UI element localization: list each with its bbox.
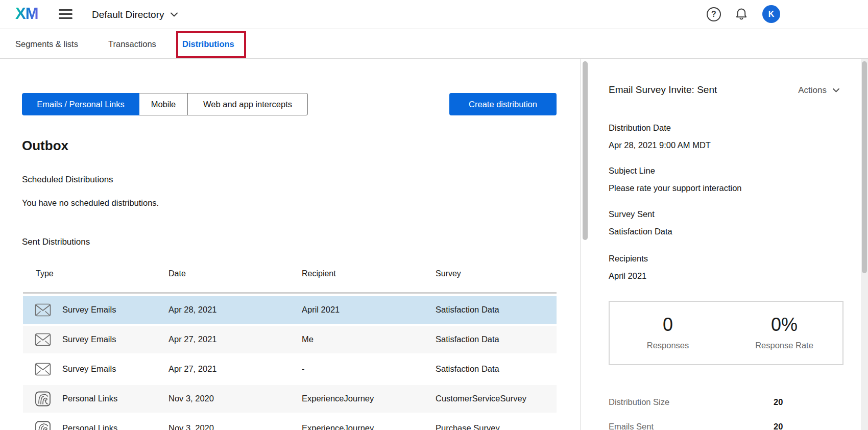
- envelope-icon: [35, 302, 51, 318]
- column-header-survey: Survey: [436, 269, 461, 278]
- column-header-type: Type: [36, 269, 54, 278]
- segment-emails-personal-links[interactable]: Emails / Personal Links: [22, 93, 139, 115]
- field-label: Recipients: [609, 253, 648, 264]
- stat: 0 Responses: [610, 302, 726, 364]
- fingerprint-icon: [35, 391, 51, 407]
- metric-label: Distribution Size: [609, 397, 669, 407]
- cell-recipient: April 2021: [302, 305, 340, 315]
- stat-label: Response Rate: [726, 341, 842, 350]
- directory-selector[interactable]: Default Directory: [92, 0, 178, 29]
- field-label: Distribution Date: [609, 123, 711, 133]
- panel-field: Subject Line Please rate your support in…: [609, 165, 741, 193]
- field-value: Satisfaction Data: [609, 226, 672, 236]
- help-button[interactable]: ?: [706, 7, 721, 22]
- panel-title: Email Survey Invite: Sent: [609, 84, 717, 95]
- help-icon: ?: [707, 7, 721, 21]
- stat-label: Responses: [610, 341, 726, 350]
- hamburger-menu-icon[interactable]: [59, 9, 73, 20]
- fingerprint-icon: [35, 421, 51, 430]
- stat-value: 0: [610, 314, 726, 336]
- cell-recipient: ExperienceJourney: [302, 394, 374, 403]
- chevron-down-icon: [833, 88, 839, 92]
- cell-survey: Satisfaction Data: [436, 305, 499, 315]
- panel-field: Distribution Date Apr 28, 2021 9:00 AM M…: [609, 123, 711, 150]
- table-row[interactable]: Survey Emails Apr 27, 2021 Me Satisfacti…: [23, 326, 557, 353]
- field-label: Subject Line: [609, 165, 741, 176]
- top-header: XM Default Directory ? K: [0, 0, 868, 29]
- create-distribution-button[interactable]: Create distribution: [449, 93, 557, 115]
- directory-name: Default Directory: [92, 9, 164, 20]
- table-header: Type Date Recipient Survey: [23, 269, 557, 279]
- table-row[interactable]: Personal Links Nov 3, 2020 ExperienceJou…: [23, 385, 557, 413]
- response-stats-box: 0 Responses 0% Response Rate: [609, 301, 843, 365]
- stat-value: 0%: [726, 314, 842, 336]
- outbox-title: Outbox: [22, 138, 68, 154]
- xm-logo: XM: [15, 5, 38, 23]
- metric-value: 20: [774, 422, 783, 430]
- bell-icon: [734, 7, 749, 21]
- main-scrollbar[interactable]: [583, 61, 588, 240]
- envelope-icon: [35, 332, 51, 347]
- avatar[interactable]: K: [762, 5, 780, 23]
- panel-scrollbar[interactable]: [862, 61, 867, 273]
- actions-label: Actions: [798, 85, 827, 95]
- panel-field: Recipients April 2021: [609, 253, 648, 281]
- cell-type: Survey Emails: [62, 305, 116, 315]
- chevron-down-icon: [171, 12, 178, 17]
- metric-label: Emails Sent: [609, 422, 654, 430]
- actions-dropdown[interactable]: Actions: [798, 85, 839, 95]
- scheduled-distributions-heading: Scheduled Distributions: [22, 175, 113, 185]
- field-value: April 2021: [609, 271, 648, 281]
- cell-type: Survey Emails: [62, 335, 116, 344]
- cell-survey: Satisfaction Data: [436, 335, 499, 344]
- column-header-recipient: Recipient: [302, 269, 336, 278]
- column-header-date: Date: [168, 269, 186, 278]
- cell-survey: Purchase Survey: [436, 423, 500, 430]
- table-divider: [23, 292, 557, 294]
- cell-survey: CustomerServiceSurvey: [436, 394, 526, 403]
- cell-date: Apr 28, 2021: [168, 305, 217, 315]
- notifications-button[interactable]: [734, 7, 749, 22]
- panel-field: Survey Sent Satisfaction Data: [609, 209, 672, 236]
- app-window: XM Default Directory ? K Segments & list…: [0, 0, 868, 430]
- cell-survey: Satisfaction Data: [436, 364, 499, 374]
- field-label: Survey Sent: [609, 209, 672, 219]
- tab-bar: Segments & lists Transactions Distributi…: [0, 30, 868, 59]
- metric-row: Emails Sent 20: [609, 422, 843, 430]
- table-row[interactable]: Personal Links Nov 3, 2020 ExperienceJou…: [23, 415, 557, 430]
- cell-date: Apr 27, 2021: [168, 364, 217, 374]
- metric-row: Distribution Size 20: [609, 397, 843, 408]
- stat: 0% Response Rate: [726, 302, 842, 364]
- annotation-red-box: [176, 31, 246, 58]
- cell-recipient: Me: [302, 335, 314, 344]
- field-value: Apr 28, 2021 9:00 AM MDT: [609, 140, 711, 150]
- segment-web-and-app-intercepts[interactable]: Web and app intercepts: [188, 93, 308, 115]
- distribution-type-segments: Emails / Personal Links Mobile Web and a…: [22, 93, 308, 115]
- cell-type: Personal Links: [62, 394, 117, 403]
- detail-panel: Email Survey Invite: Sent Actions Distri…: [609, 59, 843, 430]
- cell-date: Apr 27, 2021: [168, 335, 217, 344]
- cell-recipient: -: [302, 364, 305, 374]
- cell-type: Survey Emails: [62, 364, 116, 374]
- cell-recipient: ExperienceJourney: [302, 423, 374, 430]
- cell-date: Nov 3, 2020: [168, 394, 214, 403]
- segment-mobile[interactable]: Mobile: [139, 93, 188, 115]
- cell-date: Nov 3, 2020: [168, 423, 214, 430]
- table-row[interactable]: Survey Emails Apr 27, 2021 - Satisfactio…: [23, 355, 557, 383]
- tab-transactions[interactable]: Transactions: [108, 30, 156, 59]
- field-value: Please rate your support interaction: [609, 183, 741, 193]
- scheduled-empty-text: You have no scheduled distributions.: [22, 198, 159, 208]
- tab-segments-lists[interactable]: Segments & lists: [15, 30, 78, 59]
- sent-distributions-heading: Sent Distributions: [22, 237, 90, 247]
- cell-type: Personal Links: [62, 423, 117, 430]
- metric-value: 20: [774, 397, 783, 407]
- table-row[interactable]: Survey Emails Apr 28, 2021 April 2021 Sa…: [23, 296, 557, 324]
- envelope-icon: [35, 362, 51, 377]
- panel-divider: [580, 59, 581, 430]
